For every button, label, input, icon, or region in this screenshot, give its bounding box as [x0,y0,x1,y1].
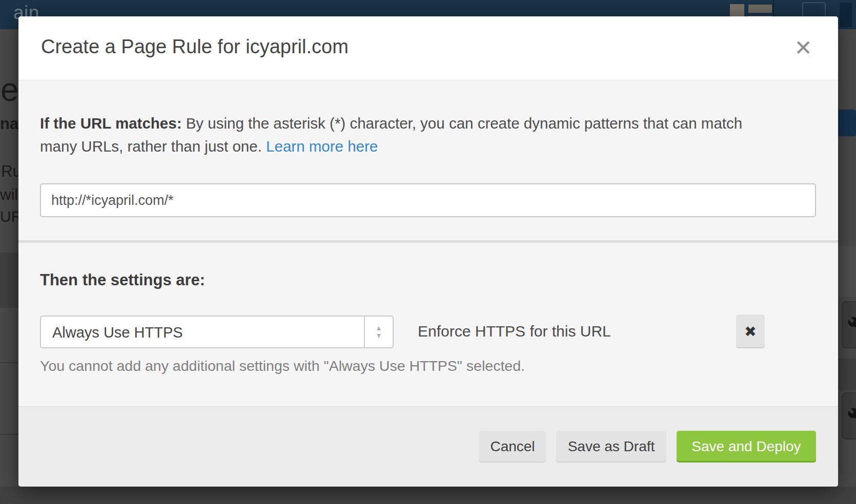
url-match-label: If the URL matches: [40,115,181,132]
background-wrench-button [842,301,856,348]
modal-header: Create a Page Rule for icyapril.com ✕ [18,16,838,80]
save-as-draft-button[interactable]: Save as Draft [556,431,666,463]
settings-heading: Then the settings are: [40,271,205,289]
modal-title: Create a Page Rule for icyapril.com [41,36,349,58]
list-lines-icon [748,5,772,13]
navbar-button-fragment [840,3,852,27]
url-match-description: If the URL matches: By using the asteris… [40,112,763,158]
chevron-down-icon: ▼ [375,332,382,339]
background-table-header-band [0,253,18,308]
wrench-icon [847,407,856,426]
url-pattern-input[interactable] [40,183,816,217]
modal-footer: Cancel Save as Draft Save and Deploy [18,406,838,487]
create-page-rule-modal: Create a Page Rule for icyapril.com ✕ If… [18,16,838,487]
background-row-divider [0,362,18,363]
remove-x-icon: ✖ [744,323,756,340]
setting-description: Enforce HTTPS for this URL [418,323,611,340]
background-blue-button-fragment [835,110,856,136]
chevron-up-icon: ▲ [375,325,382,331]
background-row-band [838,359,856,390]
background-bottom-band [0,487,856,504]
background-row-divider [0,434,18,435]
setting-select-dropdown[interactable]: Always Use HTTPS ▲ ▼ [40,316,394,348]
learn-more-link[interactable]: Learn more here [266,138,378,155]
section-divider [18,240,838,243]
background-row-band [838,246,856,297]
setting-select-value: Always Use HTTPS [52,324,183,341]
remove-setting-button[interactable]: ✖ [736,314,765,348]
close-icon[interactable]: ✕ [791,36,816,60]
save-and-deploy-button[interactable]: Save and Deploy [677,431,816,463]
setting-row: Always Use HTTPS ▲ ▼ Enforce HTTPS for t… [18,316,838,348]
background-wrench-button [842,392,856,439]
setting-restriction-note: You cannot add any additional settings w… [40,358,525,374]
cancel-button[interactable]: Cancel [479,431,546,463]
wrench-icon [847,316,856,334]
select-spinner-icons: ▲ ▼ [364,317,393,347]
background-heading-fragment: e [1,71,19,109]
